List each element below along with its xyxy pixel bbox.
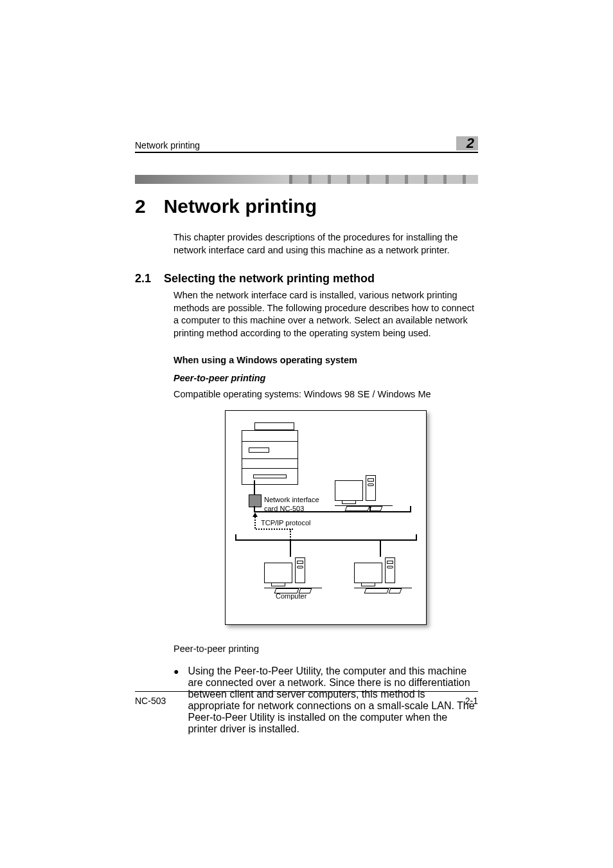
upper-network-line	[254, 511, 411, 512]
chapter-number: 2	[135, 195, 146, 217]
peer-to-peer-subheading: Peer-to-peer printing	[173, 373, 478, 383]
running-header: Network printing 2	[135, 136, 478, 153]
chapter-badge: 2	[456, 136, 478, 150]
computer-icon-1	[264, 557, 322, 593]
section-body-block: When the network interface card is insta…	[173, 289, 478, 734]
nic-label-line1: Network interface	[264, 496, 319, 503]
intro-block: This chapter provides descriptions of th…	[173, 231, 478, 257]
lower-network-line	[235, 539, 417, 541]
computer-label: Computer	[276, 592, 306, 600]
protocol-label: TCP/IP protocol	[261, 519, 310, 527]
dotted-line-horizontal	[256, 529, 293, 530]
chapter-title: Network printing	[164, 195, 317, 217]
computer1-drop	[290, 541, 291, 557]
computer-icon-top	[335, 475, 393, 511]
computer2-drop	[380, 541, 381, 557]
footer-left: NC-503	[135, 696, 166, 706]
section-body: When the network interface card is insta…	[173, 289, 478, 339]
running-header-text: Network printing	[135, 140, 200, 150]
page-footer: NC-503 2-1	[135, 691, 478, 706]
network-diagram: Network interface card NC-503	[225, 410, 427, 625]
printer-icon	[242, 422, 301, 480]
top-computer-drop	[369, 506, 371, 511]
page: Network printing 2 2 Network printing Th…	[0, 0, 613, 868]
section-title: Selecting the network printing method	[164, 272, 375, 285]
content-column: Network printing 2 2 Network printing Th…	[135, 136, 478, 735]
windows-subheading: When using a Windows operating system	[173, 355, 478, 365]
after-diagram-heading: Peer-to-peer printing	[173, 643, 478, 656]
dotted-line-vertical-top	[254, 517, 256, 529]
nic-label: Network interface card NC-503	[264, 496, 319, 512]
arrow-up-icon	[253, 512, 258, 517]
chapter-heading: 2 Network printing	[135, 195, 478, 217]
diagram-container: Network interface card NC-503	[173, 410, 478, 625]
section-heading: 2.1 Selecting the network printing metho…	[135, 272, 478, 285]
footer-right: 2-1	[465, 696, 478, 706]
decorative-bar	[135, 175, 478, 184]
section-number: 2.1	[135, 272, 151, 285]
nic-icon	[249, 494, 262, 507]
computer-icon-2	[354, 557, 412, 593]
compat-line: Compatible operating systems: Windows 98…	[173, 388, 478, 401]
intro-paragraph: This chapter provides descriptions of th…	[173, 231, 478, 257]
